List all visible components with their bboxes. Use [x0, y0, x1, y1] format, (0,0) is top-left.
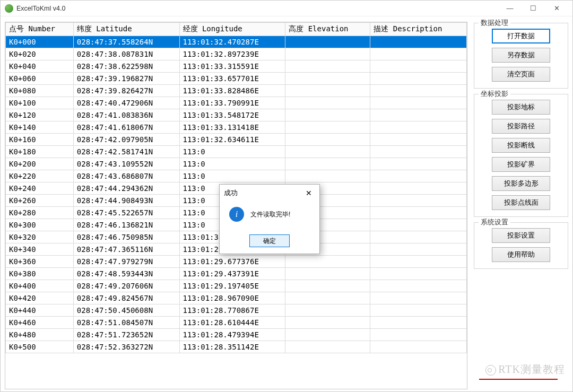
cell-lat[interactable]: 028:47:48.593443N — [73, 268, 179, 280]
cell-lon[interactable]: 113:01:29.677376E — [179, 256, 285, 268]
cell-num[interactable]: K0+400 — [6, 280, 74, 292]
proj-plf-button[interactable]: 投影点线面 — [492, 195, 550, 210]
cell-lat[interactable]: 028:47:46.750985N — [73, 231, 179, 243]
cell-desc[interactable] — [370, 97, 467, 109]
cell-desc[interactable] — [370, 304, 467, 317]
cell-lat[interactable]: 028:47:45.522657N — [73, 207, 179, 219]
cell-desc[interactable] — [370, 158, 467, 170]
cell-lat[interactable]: 028:47:39.196827N — [73, 73, 179, 85]
cell-elev[interactable] — [285, 280, 370, 292]
cell-lat[interactable]: 028:47:46.136821N — [73, 219, 179, 231]
cell-elev[interactable] — [285, 146, 370, 158]
cell-elev[interactable] — [285, 109, 370, 121]
cell-num[interactable]: K0+460 — [6, 317, 74, 329]
proj-boundary-button[interactable]: 投影矿界 — [492, 157, 550, 172]
dialog-ok-button[interactable]: 确定 — [249, 234, 290, 247]
cell-lat[interactable]: 028:47:43.109552N — [73, 158, 179, 170]
open-data-button[interactable]: 打开数据 — [492, 29, 550, 43]
cell-num[interactable]: K0+440 — [6, 304, 74, 317]
cell-desc[interactable] — [370, 109, 467, 121]
table-row[interactable]: K0+020028:47:38.087831N113:01:32.897239E — [6, 48, 467, 60]
table-row[interactable]: K0+040028:47:38.622598N113:01:33.315591E — [6, 60, 467, 73]
cell-elev[interactable] — [285, 329, 370, 341]
cell-lon[interactable]: 113:01:33.131418E — [179, 121, 285, 134]
proj-polygon-button[interactable]: 投影多边形 — [492, 176, 550, 191]
table-row[interactable]: K0+500028:47:52.363272N113:01:28.351142E — [6, 341, 467, 353]
cell-num[interactable]: K0+480 — [6, 329, 74, 341]
cell-lon[interactable]: 113:01:28.770867E — [179, 304, 285, 317]
cell-num[interactable]: K0+000 — [6, 36, 74, 48]
cell-elev[interactable] — [285, 158, 370, 170]
col-desc[interactable]: 描述 Description — [370, 23, 467, 36]
table-row[interactable]: K0+140028:47:41.618067N113:01:33.131418E — [6, 121, 467, 134]
cell-desc[interactable] — [370, 170, 467, 182]
table-row[interactable]: K0+100028:47:40.472906N113:01:33.790991E — [6, 97, 467, 109]
cell-desc[interactable] — [370, 134, 467, 146]
cell-num[interactable]: K0+240 — [6, 182, 74, 195]
cell-lat[interactable]: 028:47:43.686807N — [73, 170, 179, 182]
help-button[interactable]: 使用帮助 — [492, 247, 550, 262]
cell-num[interactable]: K0+180 — [6, 146, 74, 158]
proj-breakline-button[interactable]: 投影断线 — [492, 138, 550, 153]
cell-elev[interactable] — [285, 36, 370, 48]
cell-elev[interactable] — [285, 292, 370, 304]
cell-elev[interactable] — [285, 304, 370, 317]
cell-lat[interactable]: 028:47:40.472906N — [73, 97, 179, 109]
cell-desc[interactable] — [370, 60, 467, 73]
cell-lon[interactable]: 113:01:33.790991E — [179, 97, 285, 109]
cell-elev[interactable] — [285, 121, 370, 134]
cell-lon[interactable]: 113:01:29.437391E — [179, 268, 285, 280]
cell-desc[interactable] — [370, 146, 467, 158]
col-num[interactable]: 点号 Number — [6, 23, 74, 36]
cell-lon[interactable]: 113:01:32.634611E — [179, 134, 285, 146]
cell-desc[interactable] — [370, 317, 467, 329]
cell-desc[interactable] — [370, 85, 467, 97]
cell-lon[interactable]: 113:0 — [179, 170, 285, 182]
cell-lat[interactable]: 028:47:51.723652N — [73, 329, 179, 341]
cell-lon[interactable]: 113:0 — [179, 146, 285, 158]
cell-num[interactable]: K0+420 — [6, 292, 74, 304]
clear-page-button[interactable]: 清空页面 — [492, 67, 550, 82]
cell-lat[interactable]: 028:47:41.618067N — [73, 121, 179, 134]
table-row[interactable]: K0+380028:47:48.593443N113:01:29.437391E — [6, 268, 467, 280]
table-row[interactable]: K0+420028:47:49.824567N113:01:28.967090E — [6, 292, 467, 304]
cell-lat[interactable]: 028:47:38.622598N — [73, 60, 179, 73]
maximize-button[interactable]: ☐ — [522, 1, 545, 16]
cell-elev[interactable] — [285, 256, 370, 268]
cell-lat[interactable]: 028:47:47.365116N — [73, 243, 179, 256]
cell-lon[interactable]: 113:01:33.548172E — [179, 109, 285, 121]
cell-lat[interactable]: 028:47:39.826427N — [73, 85, 179, 97]
cell-desc[interactable] — [370, 268, 467, 280]
cell-num[interactable]: K0+040 — [6, 60, 74, 73]
cell-num[interactable]: K0+160 — [6, 134, 74, 146]
cell-num[interactable]: K0+120 — [6, 109, 74, 121]
cell-lon[interactable]: 113:01:29.197405E — [179, 280, 285, 292]
cell-lon[interactable]: 113:01:28.610444E — [179, 317, 285, 329]
cell-lon[interactable]: 113:01:33.657701E — [179, 73, 285, 85]
cell-num[interactable]: K0+340 — [6, 243, 74, 256]
cell-desc[interactable] — [370, 121, 467, 134]
table-row[interactable]: K0+080028:47:39.826427N113:01:33.828486E — [6, 85, 467, 97]
cell-lat[interactable]: 028:47:50.450608N — [73, 304, 179, 317]
table-row[interactable]: K0+400028:47:49.207606N113:01:29.197405E — [6, 280, 467, 292]
cell-lat[interactable]: 028:47:38.087831N — [73, 48, 179, 60]
table-row[interactable]: K0+480028:47:51.723652N113:01:28.479394E — [6, 329, 467, 341]
cell-num[interactable]: K0+300 — [6, 219, 74, 231]
cell-num[interactable]: K0+020 — [6, 48, 74, 60]
cell-lon[interactable]: 113:01:33.828486E — [179, 85, 285, 97]
cell-lat[interactable]: 028:47:52.363272N — [73, 341, 179, 353]
cell-lat[interactable]: 028:47:47.979279N — [73, 256, 179, 268]
cell-num[interactable]: K0+060 — [6, 73, 74, 85]
cell-lon[interactable]: 113:01:32.897239E — [179, 48, 285, 60]
cell-desc[interactable] — [370, 231, 467, 243]
cell-lon[interactable]: 113:01:32.470287E — [179, 36, 285, 48]
col-lon[interactable]: 经度 Longitude — [179, 23, 285, 36]
cell-lon[interactable]: 113:01:33.315591E — [179, 60, 285, 73]
col-lat[interactable]: 纬度 Latitude — [73, 23, 179, 36]
close-button[interactable]: ✕ — [545, 1, 568, 16]
cell-lat[interactable]: 028:47:44.294362N — [73, 182, 179, 195]
cell-num[interactable]: K0+280 — [6, 207, 74, 219]
cell-desc[interactable] — [370, 182, 467, 195]
table-row[interactable]: K0+360028:47:47.979279N113:01:29.677376E — [6, 256, 467, 268]
cell-elev[interactable] — [285, 73, 370, 85]
